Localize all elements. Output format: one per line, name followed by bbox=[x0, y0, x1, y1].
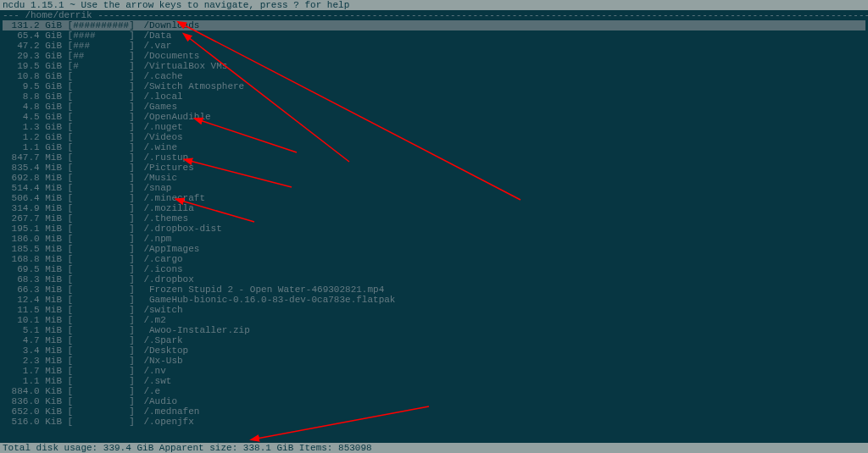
list-item[interactable]: 9.5 GiB [ ] /Switch Atmosphere bbox=[3, 81, 865, 91]
bar-close-bracket: ] bbox=[129, 173, 140, 183]
list-item[interactable]: 847.7 MiB [ ] /.rustup bbox=[3, 152, 865, 163]
bar-open-bracket: [ bbox=[62, 41, 73, 51]
list-item[interactable]: 4.8 GiB [ ] /Games bbox=[3, 102, 865, 112]
list-item[interactable]: 11.5 MiB [ ] /switch bbox=[3, 305, 865, 315]
list-item[interactable]: 186.0 MiB [ ] /.npm bbox=[3, 234, 865, 244]
item-name: /OpenAudible bbox=[140, 112, 210, 122]
item-name: /.rustup bbox=[140, 152, 188, 163]
item-size: 506.4 MiB bbox=[3, 193, 62, 203]
list-item[interactable]: 1.1 MiB [ ] /.swt bbox=[3, 376, 865, 386]
list-item[interactable]: 506.4 MiB [ ] /.minecraft bbox=[3, 193, 865, 203]
item-size: 1.1 MiB bbox=[3, 376, 62, 386]
list-item[interactable]: 8.8 GiB [ ] /.local bbox=[3, 91, 865, 102]
item-name: /Music bbox=[140, 173, 177, 183]
item-name: /.icons bbox=[140, 264, 182, 274]
bar-close-bracket: ] bbox=[129, 142, 140, 152]
item-name: /Switch Atmosphere bbox=[140, 81, 244, 91]
file-list[interactable]: 131.2 GiB [##########] /Downloads65.4 Gi… bbox=[0, 20, 868, 427]
item-name: /.nv bbox=[140, 366, 165, 376]
list-item[interactable]: 168.8 MiB [ ] /.cargo bbox=[3, 254, 865, 264]
bar-close-bracket: ] bbox=[129, 244, 140, 254]
bar-open-bracket: [ bbox=[62, 274, 73, 285]
bar-open-bracket: [ bbox=[62, 61, 73, 71]
usage-bar bbox=[73, 234, 129, 244]
bar-open-bracket: [ bbox=[62, 132, 73, 142]
list-item[interactable]: 267.7 MiB [ ] /.themes bbox=[3, 213, 865, 224]
bar-close-bracket: ] bbox=[129, 295, 140, 305]
usage-bar: ########## bbox=[73, 20, 129, 30]
usage-bar bbox=[73, 102, 129, 112]
item-size: 836.0 KiB bbox=[3, 396, 62, 406]
usage-bar bbox=[73, 142, 129, 152]
bar-close-bracket: ] bbox=[129, 366, 140, 376]
usage-bar bbox=[73, 325, 129, 335]
bar-open-bracket: [ bbox=[62, 102, 73, 112]
bar-open-bracket: [ bbox=[62, 20, 73, 30]
list-item[interactable]: 10.8 GiB [ ] /.cache bbox=[3, 71, 865, 81]
item-name: /.openjfx bbox=[140, 417, 193, 427]
item-name: /.cargo bbox=[140, 254, 182, 264]
list-item[interactable]: 1.2 GiB [ ] /Videos bbox=[3, 132, 865, 142]
item-name: /Data bbox=[140, 30, 171, 41]
bar-close-bracket: ] bbox=[129, 41, 140, 51]
list-item[interactable]: 4.7 MiB [ ] /.Spark bbox=[3, 335, 865, 345]
usage-bar bbox=[73, 335, 129, 345]
usage-bar bbox=[73, 244, 129, 254]
list-item[interactable]: 66.3 MiB [ ] Frozen Stupid 2 - Open Wate… bbox=[3, 285, 865, 295]
item-size: 186.0 MiB bbox=[3, 234, 62, 244]
list-item[interactable]: 514.4 MiB [ ] /snap bbox=[3, 183, 865, 193]
status-bar: Total disk usage: 339.4 GiB Apparent siz… bbox=[0, 443, 868, 453]
list-item[interactable]: 47.2 GiB [### ] /.var bbox=[3, 41, 865, 51]
list-item[interactable]: 69.5 MiB [ ] /.icons bbox=[3, 264, 865, 274]
item-name: /.var bbox=[140, 41, 171, 51]
list-item[interactable]: 1.1 GiB [ ] /.wine bbox=[3, 142, 865, 152]
item-size: 195.1 MiB bbox=[3, 224, 62, 234]
bar-open-bracket: [ bbox=[62, 295, 73, 305]
item-name: /.local bbox=[140, 91, 182, 102]
bar-close-bracket: ] bbox=[129, 71, 140, 81]
item-name: /Desktop bbox=[140, 345, 188, 356]
bar-close-bracket: ] bbox=[129, 386, 140, 396]
list-item[interactable]: 3.4 MiB [ ] /Desktop bbox=[3, 345, 865, 356]
list-item[interactable]: 1.7 MiB [ ] /.nv bbox=[3, 366, 865, 376]
item-name: /snap bbox=[140, 183, 171, 193]
bar-close-bracket: ] bbox=[129, 102, 140, 112]
list-item[interactable]: 19.5 GiB [# ] /VirtualBox VMs bbox=[3, 61, 865, 71]
list-item[interactable]: 2.3 MiB [ ] /Nx-Usb bbox=[3, 356, 865, 366]
list-item[interactable]: 131.2 GiB [##########] /Downloads bbox=[3, 20, 865, 30]
list-item[interactable]: 185.5 MiB [ ] /AppImages bbox=[3, 244, 865, 254]
list-item[interactable]: 4.5 GiB [ ] /OpenAudible bbox=[3, 112, 865, 122]
item-name: /VirtualBox VMs bbox=[140, 61, 227, 71]
usage-bar bbox=[73, 285, 129, 295]
usage-bar bbox=[73, 132, 129, 142]
list-item[interactable]: 12.4 MiB [ ] GameHub-bionic-0.16.0-83-de… bbox=[3, 295, 865, 305]
list-item[interactable]: 884.0 KiB [ ] /.e bbox=[3, 386, 865, 396]
bar-open-bracket: [ bbox=[62, 224, 73, 234]
bar-close-bracket: ] bbox=[129, 356, 140, 366]
list-item[interactable]: 195.1 MiB [ ] /.dropbox-dist bbox=[3, 224, 865, 234]
usage-bar bbox=[73, 91, 129, 102]
list-item[interactable]: 835.4 MiB [ ] /Pictures bbox=[3, 163, 865, 173]
bar-close-bracket: ] bbox=[129, 132, 140, 142]
list-item[interactable]: 5.1 MiB [ ] Awoo-Installer.zip bbox=[3, 325, 865, 335]
list-item[interactable]: 836.0 KiB [ ] /Audio bbox=[3, 396, 865, 406]
list-item[interactable]: 29.3 GiB [## ] /Documents bbox=[3, 51, 865, 61]
bar-open-bracket: [ bbox=[62, 71, 73, 81]
usage-bar bbox=[73, 386, 129, 396]
list-item[interactable]: 68.3 MiB [ ] /.dropbox bbox=[3, 274, 865, 285]
bar-close-bracket: ] bbox=[129, 122, 140, 132]
list-item[interactable]: 65.4 GiB [#### ] /Data bbox=[3, 30, 865, 41]
usage-bar bbox=[73, 264, 129, 274]
list-item[interactable]: 10.1 MiB [ ] /.m2 bbox=[3, 315, 865, 325]
list-item[interactable]: 652.0 KiB [ ] /.mednafen bbox=[3, 406, 865, 417]
list-item[interactable]: 692.8 MiB [ ] /Music bbox=[3, 173, 865, 183]
app-header: ncdu 1.15.1 ~ Use the arrow keys to navi… bbox=[0, 0, 868, 10]
list-item[interactable]: 314.9 MiB [ ] /.mozilla bbox=[3, 203, 865, 213]
list-item[interactable]: 516.0 KiB [ ] /.openjfx bbox=[3, 417, 865, 427]
item-name: /.m2 bbox=[140, 315, 165, 325]
list-item[interactable]: 1.3 GiB [ ] /.nuget bbox=[3, 122, 865, 132]
bar-close-bracket: ] bbox=[129, 213, 140, 224]
bar-open-bracket: [ bbox=[62, 335, 73, 345]
item-size: 1.7 MiB bbox=[3, 366, 62, 376]
bar-open-bracket: [ bbox=[62, 203, 73, 213]
